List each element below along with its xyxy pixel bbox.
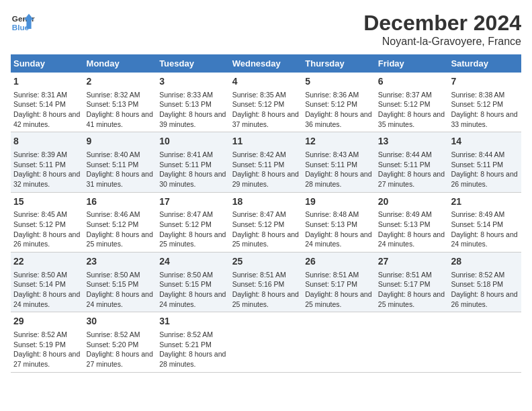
- day-number: 3: [159, 75, 227, 89]
- daylight-text: Daylight: 8 hours and 25 minutes.: [378, 289, 446, 309]
- daylight-text: Daylight: 8 hours and 24 minutes.: [451, 230, 519, 249]
- daylight-text: Daylight: 8 hours and 28 minutes.: [159, 349, 227, 369]
- sunrise-text: Sunrise: 8:51 AM: [305, 270, 373, 280]
- calendar-cell: 24Sunrise: 8:50 AMSunset: 5:15 PMDayligh…: [157, 253, 230, 312]
- weekday-header: Saturday: [448, 54, 521, 73]
- calendar-cell: 30Sunrise: 8:52 AMSunset: 5:20 PMDayligh…: [84, 312, 157, 372]
- calendar-cell: 3Sunrise: 8:33 AMSunset: 5:13 PMDaylight…: [157, 73, 230, 132]
- daylight-text: Daylight: 8 hours and 25 minutes.: [232, 289, 300, 309]
- calendar-week-row: 29Sunrise: 8:52 AMSunset: 5:19 PMDayligh…: [11, 312, 521, 372]
- weekday-header: Friday: [375, 54, 449, 73]
- calendar-cell: 19Sunrise: 8:48 AMSunset: 5:13 PMDayligh…: [302, 192, 375, 252]
- sunrise-text: Sunrise: 8:50 AM: [159, 270, 227, 280]
- daylight-text: Daylight: 8 hours and 35 minutes.: [378, 109, 446, 129]
- daylight-text: Daylight: 8 hours and 33 minutes.: [451, 109, 519, 129]
- sunrise-text: Sunrise: 8:39 AM: [13, 150, 81, 160]
- weekday-header: Thursday: [302, 54, 375, 73]
- daylight-text: Daylight: 8 hours and 31 minutes.: [87, 169, 154, 189]
- calendar-cell: 28Sunrise: 8:52 AMSunset: 5:18 PMDayligh…: [448, 253, 521, 312]
- calendar-week-row: 1Sunrise: 8:31 AMSunset: 5:14 PMDaylight…: [11, 73, 521, 132]
- sunset-text: Sunset: 5:13 PM: [87, 99, 154, 109]
- calendar-cell: 17Sunrise: 8:47 AMSunset: 5:12 PMDayligh…: [157, 192, 230, 252]
- calendar-cell: 4Sunrise: 8:35 AMSunset: 5:12 PMDaylight…: [230, 73, 303, 132]
- sunset-text: Sunset: 5:11 PM: [13, 160, 81, 170]
- sunset-text: Sunset: 5:17 PM: [305, 279, 373, 289]
- sunset-text: Sunset: 5:13 PM: [159, 99, 227, 109]
- day-number: 7: [451, 75, 519, 89]
- day-number: 22: [13, 255, 81, 269]
- day-number: 8: [13, 135, 81, 148]
- calendar-cell: 22Sunrise: 8:50 AMSunset: 5:14 PMDayligh…: [11, 253, 84, 312]
- calendar-cell: 31Sunrise: 8:52 AMSunset: 5:21 PMDayligh…: [157, 312, 230, 372]
- daylight-text: Daylight: 8 hours and 32 minutes.: [13, 169, 81, 189]
- weekday-header-row: SundayMondayTuesdayWednesdayThursdayFrid…: [11, 54, 521, 73]
- calendar-week-row: 15Sunrise: 8:45 AMSunset: 5:12 PMDayligh…: [11, 192, 521, 252]
- day-number: 29: [13, 315, 81, 328]
- sunset-text: Sunset: 5:12 PM: [451, 99, 519, 109]
- daylight-text: Daylight: 8 hours and 30 minutes.: [159, 169, 227, 189]
- day-number: 25: [232, 255, 300, 269]
- daylight-text: Daylight: 8 hours and 36 minutes.: [305, 109, 373, 129]
- sunset-text: Sunset: 5:20 PM: [87, 340, 154, 350]
- calendar-cell: 7Sunrise: 8:38 AMSunset: 5:12 PMDaylight…: [448, 73, 521, 132]
- sunset-text: Sunset: 5:11 PM: [451, 160, 519, 170]
- day-number: 20: [378, 195, 446, 209]
- calendar-cell: 14Sunrise: 8:44 AMSunset: 5:11 PMDayligh…: [448, 132, 521, 192]
- logo: General Blue: [11, 11, 35, 35]
- day-number: 6: [378, 75, 446, 89]
- day-number: 23: [87, 255, 154, 269]
- logo-icon: General Blue: [11, 11, 35, 35]
- calendar-cell: 16Sunrise: 8:46 AMSunset: 5:12 PMDayligh…: [84, 192, 157, 252]
- daylight-text: Daylight: 8 hours and 39 minutes.: [159, 109, 227, 129]
- sunrise-text: Sunrise: 8:42 AM: [232, 150, 300, 160]
- sunrise-text: Sunrise: 8:33 AM: [159, 90, 227, 100]
- calendar-cell: 6Sunrise: 8:37 AMSunset: 5:12 PMDaylight…: [375, 73, 449, 132]
- day-number: 11: [232, 135, 300, 148]
- day-number: 21: [451, 195, 519, 209]
- daylight-text: Daylight: 8 hours and 24 minutes.: [378, 230, 446, 249]
- calendar-cell: 20Sunrise: 8:49 AMSunset: 5:13 PMDayligh…: [375, 192, 449, 252]
- sunrise-text: Sunrise: 8:44 AM: [451, 150, 519, 160]
- sunrise-text: Sunrise: 8:41 AM: [159, 150, 227, 160]
- sunrise-text: Sunrise: 8:52 AM: [13, 330, 81, 340]
- sunrise-text: Sunrise: 8:52 AM: [451, 270, 519, 280]
- calendar-cell: 21Sunrise: 8:49 AMSunset: 5:14 PMDayligh…: [448, 192, 521, 252]
- sunrise-text: Sunrise: 8:40 AM: [87, 150, 154, 160]
- sunrise-text: Sunrise: 8:46 AM: [87, 210, 154, 220]
- daylight-text: Daylight: 8 hours and 28 minutes.: [305, 169, 373, 189]
- sunset-text: Sunset: 5:16 PM: [232, 279, 300, 289]
- sunrise-text: Sunrise: 8:51 AM: [378, 270, 446, 280]
- daylight-text: Daylight: 8 hours and 27 minutes.: [87, 349, 154, 369]
- sunrise-text: Sunrise: 8:47 AM: [232, 210, 300, 220]
- sunrise-text: Sunrise: 8:43 AM: [305, 150, 373, 160]
- day-number: 16: [87, 195, 154, 209]
- sunset-text: Sunset: 5:19 PM: [13, 340, 81, 350]
- sunset-text: Sunset: 5:12 PM: [87, 220, 154, 230]
- sunrise-text: Sunrise: 8:44 AM: [378, 150, 446, 160]
- daylight-text: Daylight: 8 hours and 26 minutes.: [451, 289, 519, 309]
- calendar-cell: 26Sunrise: 8:51 AMSunset: 5:17 PMDayligh…: [302, 253, 375, 312]
- calendar-cell: 5Sunrise: 8:36 AMSunset: 5:12 PMDaylight…: [302, 73, 375, 132]
- sunrise-text: Sunrise: 8:50 AM: [13, 270, 81, 280]
- daylight-text: Daylight: 8 hours and 25 minutes.: [232, 230, 300, 249]
- daylight-text: Daylight: 8 hours and 29 minutes.: [232, 169, 300, 189]
- day-number: 2: [87, 75, 154, 89]
- location-title: Noyant-la-Gravoyere, France: [363, 36, 521, 48]
- sunrise-text: Sunrise: 8:50 AM: [87, 270, 154, 280]
- day-number: 13: [378, 135, 446, 148]
- sunrise-text: Sunrise: 8:35 AM: [232, 90, 300, 100]
- weekday-header: Wednesday: [230, 54, 303, 73]
- weekday-header: Tuesday: [157, 54, 230, 73]
- calendar-cell: 18Sunrise: 8:47 AMSunset: 5:12 PMDayligh…: [230, 192, 303, 252]
- calendar-cell: [230, 312, 303, 372]
- day-number: 14: [451, 135, 519, 148]
- calendar-cell: 15Sunrise: 8:45 AMSunset: 5:12 PMDayligh…: [11, 192, 84, 252]
- sunrise-text: Sunrise: 8:32 AM: [87, 90, 154, 100]
- calendar-week-row: 8Sunrise: 8:39 AMSunset: 5:11 PMDaylight…: [11, 132, 521, 192]
- day-number: 4: [232, 75, 300, 89]
- weekday-header: Monday: [84, 54, 157, 73]
- page-header: General Blue December 2024 Noyant-la-Gra…: [11, 11, 521, 48]
- daylight-text: Daylight: 8 hours and 24 minutes.: [159, 289, 227, 309]
- sunset-text: Sunset: 5:11 PM: [159, 160, 227, 170]
- day-number: 26: [305, 255, 373, 269]
